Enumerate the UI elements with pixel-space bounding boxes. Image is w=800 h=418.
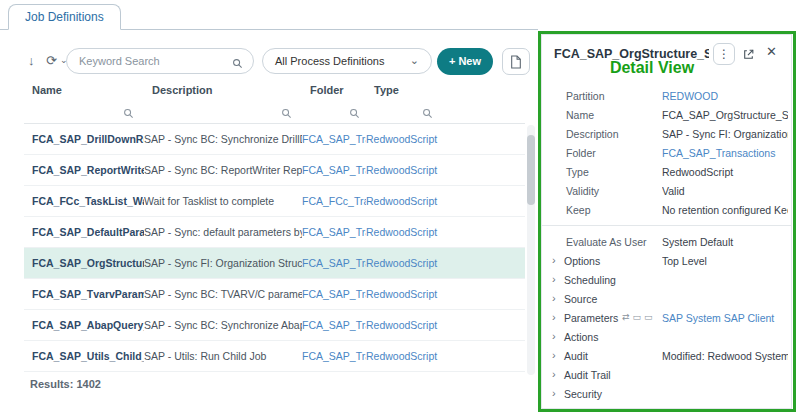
detail-divider [542,225,791,226]
field-label: Type [566,166,589,178]
cell-folder-link[interactable]: FCA_SAP_Tra... [302,288,366,300]
field-label: Keep [566,204,591,216]
search-icon[interactable] [232,55,243,73]
section-options[interactable]: › Options Top Level [542,252,791,271]
new-button[interactable]: + New [437,48,493,75]
section-label: Source [564,293,597,305]
sort-icon[interactable]: ↓ [28,53,35,68]
field-value: No retention configured Kee... [662,204,788,216]
column-header-folder[interactable]: Folder [310,84,344,96]
cell-description: SAP - Sync FI: Organization Structure [144,257,302,269]
app-window: Job Definitions ↓ ⟳ ⌄ All Process Defini… [0,0,800,418]
table-row[interactable]: FCA_SAP_ReportWriterRep... SAP - Sync BC… [24,155,525,186]
field-description: Description SAP - Sync FI: Organization … [542,125,791,144]
chevron-down-icon: ⌄ [410,48,419,72]
section-label: Audit [564,350,588,362]
section-value: Modified: Redwood System (1... [662,350,788,362]
detail-panel: FCA_SAP_OrgStructure_Sync... ⋮ ✕ Partiti… [541,34,792,409]
tab-job-definitions[interactable]: Job Definitions [8,4,121,30]
chevron-right-icon: › [552,330,556,342]
cell-type-link[interactable]: RedwoodScript [366,195,456,207]
chevron-right-icon: › [552,273,556,285]
section-value: Top Level [662,255,788,267]
cell-name: FCA_FCc_TaskList_Wait [24,195,144,207]
chevron-right-icon: › [552,368,556,380]
cell-folder-link[interactable]: FCA_SAP_Tra... [302,164,366,176]
table-row-selected[interactable]: FCA_SAP_OrgStructure_Syn... SAP - Sync F… [24,248,525,279]
cell-folder-link[interactable]: FCA_SAP_Tra... [302,319,366,331]
section-audit-trail[interactable]: › Audit Trail [542,366,791,385]
cell-description: SAP - Sync BC: Synchronize DrillDow... [144,133,302,145]
name-filter-search-icon[interactable] [123,105,134,123]
cell-description: Wait for Tasklist to complete [144,195,302,207]
section-source[interactable]: › Source [542,290,791,309]
cell-description: SAP - Sync BC: ReportWriter Report d... [144,164,302,176]
close-icon[interactable]: ✕ [766,44,777,59]
field-value: RedwoodScript [662,166,788,178]
partition-link[interactable]: REDWOOD [662,90,788,102]
refresh-icon[interactable]: ⟳ [46,53,57,68]
table-row[interactable]: FCA_SAP_Utils_Child_Run SAP - Utils: Run… [24,341,525,372]
scrollbar-thumb[interactable] [527,135,535,205]
field-type: Type RedwoodScript [542,163,791,182]
filter-selected-value: All Process Definitions [275,55,384,67]
column-header-description[interactable]: Description [152,84,213,96]
table-row[interactable]: FCA_SAP_DefaultParameter... SAP - Sync: … [24,217,525,248]
keyword-search-input[interactable] [79,50,229,72]
field-label: Folder [566,147,596,159]
cell-description: SAP - Sync: default parameters by S... [144,226,302,238]
cell-type-link[interactable]: RedwoodScript [366,226,456,238]
cell-type-link[interactable]: RedwoodScript [366,319,456,331]
keyword-search-box [66,48,254,74]
cell-type-link[interactable]: RedwoodScript [366,133,456,145]
section-actions[interactable]: › Actions [542,328,791,347]
section-label: Options [564,255,600,267]
cell-folder-link[interactable]: FCA_FCc_Tran... [302,195,366,207]
open-in-new-window-icon[interactable] [742,47,755,65]
results-count: Results: 1402 [30,378,101,390]
folder-filter-search-icon[interactable] [349,105,360,123]
section-label: Audit Trail [564,369,611,381]
table-row[interactable]: FCA_SAP_DrillDownReports... SAP - Sync B… [24,124,525,155]
column-header-type[interactable]: Type [374,84,399,96]
process-definitions-filter-select[interactable]: All Process Definitions ⌄ [262,48,432,74]
field-label: Validity [566,185,599,197]
cell-name: FCA_SAP_Utils_Child_Run [24,350,144,362]
field-label: Evaluate As User [566,236,647,248]
cell-description: SAP - Sync BC: Synchronize Abap Qu... [144,319,302,331]
column-header-name[interactable]: Name [32,84,62,96]
section-parameters[interactable]: › Parameters ⇄▭▭ SAP System SAP Client [542,309,791,328]
section-audit[interactable]: › Audit Modified: Redwood System (1... [542,347,791,366]
type-filter-search-icon[interactable] [422,105,433,123]
field-partition: Partition REDWOOD [542,87,791,106]
cell-folder-link[interactable]: FCA_SAP_Tra... [302,226,366,238]
parameter-mapping-icons: ⇄▭▭ [622,312,656,322]
cell-name: FCA_SAP_AbapQuery_Sync... [24,319,144,331]
field-value: SAP - Sync FI: Organization St... [662,128,788,140]
cell-folder-link[interactable]: FCA_SAP_Tra... [302,350,366,362]
field-value: FCA_SAP_OrgStructure_Sync... [662,109,788,121]
cell-type-link[interactable]: RedwoodScript [366,257,456,269]
folder-link[interactable]: FCA_SAP_Transactions [662,147,788,159]
cell-type-link[interactable]: RedwoodScript [366,350,456,362]
job-definitions-table: FCA_SAP_DrillDownReports... SAP - Sync B… [24,124,525,372]
document-report-button[interactable] [502,48,530,75]
section-scheduling[interactable]: › Scheduling [542,271,791,290]
chevron-right-icon: › [552,387,556,399]
description-filter-search-icon[interactable] [281,105,292,123]
section-security[interactable]: › Security [542,385,791,404]
table-row[interactable]: FCA_SAP_TvarvParameters... SAP - Sync BC… [24,279,525,310]
parameters-links[interactable]: SAP System SAP Client [662,312,788,324]
cell-folder-link[interactable]: FCA_SAP_Tra... [302,257,366,269]
table-scrollbar[interactable] [527,125,535,375]
section-label: Actions [564,331,598,343]
cell-type-link[interactable]: RedwoodScript [366,164,456,176]
table-row[interactable]: FCA_FCc_TaskList_Wait Wait for Tasklist … [24,186,525,217]
field-label: Description [566,128,619,140]
cell-folder-link[interactable]: FCA_SAP_Tra... [302,133,366,145]
section-label: Scheduling [564,274,616,286]
cell-type-link[interactable]: RedwoodScript [366,288,456,300]
annotation-label: Detail View [572,59,732,77]
field-value: System Default [662,236,788,248]
table-row[interactable]: FCA_SAP_AbapQuery_Sync... SAP - Sync BC:… [24,310,525,341]
